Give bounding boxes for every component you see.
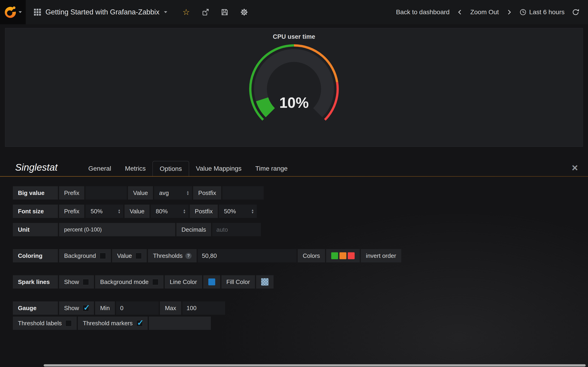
thresholds-help-icon[interactable]: ? <box>185 253 191 259</box>
threshold-markers-cell: Threshold markers <box>78 317 148 330</box>
close-editor-button[interactable]: × <box>572 162 578 173</box>
zoom-out-button[interactable]: Zoom Out <box>470 8 499 16</box>
gauge-show-cell: Show <box>59 301 94 315</box>
gauge-label: Gauge <box>13 301 58 315</box>
dashboard-grid-icon <box>34 9 41 16</box>
sparkline-show-cell: Show <box>59 275 94 289</box>
coloring-background-label: Background <box>64 252 96 259</box>
options-tab-body: Big value Prefix Value avg ▲▼ Postfix Fo… <box>0 177 588 330</box>
threshold-color-swatch-orange[interactable] <box>339 252 346 259</box>
grafana-logo-button[interactable] <box>0 0 26 24</box>
unit-select-link[interactable]: percent (0-100) <box>59 223 175 236</box>
threshold-labels-checkbox[interactable] <box>65 320 72 326</box>
option-row-coloring: Coloring Background Value Thresholds ? C… <box>13 249 588 262</box>
max-input[interactable] <box>182 301 225 315</box>
fill-color-tint <box>261 278 268 286</box>
coloring-value-checkbox[interactable] <box>136 253 142 259</box>
navbar-right: Back to dashboard Zoom Out Last 6 hours <box>396 8 588 16</box>
tab-time-range[interactable]: Time range <box>249 161 295 176</box>
gauge-show-checkbox[interactable] <box>83 305 89 311</box>
chevron-right-icon[interactable] <box>506 9 512 15</box>
title-dropdown-caret-icon <box>164 11 167 13</box>
threshold-markers-label: Threshold markers <box>83 320 133 327</box>
tab-options[interactable]: Options <box>153 161 189 176</box>
gauge-show-label: Show <box>64 305 79 312</box>
decimals-input[interactable] <box>212 223 261 236</box>
prefix-fontsize-label: Prefix <box>59 205 84 218</box>
threshold-markers-checkbox[interactable] <box>137 320 143 326</box>
gauge-value: 10% <box>279 94 309 111</box>
prefix-fontsize-select[interactable]: 50% ▲▼ <box>86 205 123 218</box>
share-icon <box>201 8 209 16</box>
postfix-input[interactable] <box>222 186 264 200</box>
sparkline-show-label: Show <box>64 278 79 286</box>
option-row-spark-lines: Spark lines Show Background mode Line Co… <box>13 275 588 289</box>
postfix-label: Postfix <box>193 186 221 200</box>
settings-button[interactable] <box>240 8 248 16</box>
tab-value-mappings[interactable]: Value Mappings <box>189 161 249 176</box>
threshold-labels-label: Threshold labels <box>18 320 62 327</box>
fill-color-cell <box>256 275 274 289</box>
option-row-big-value: Big value Prefix Value avg ▲▼ Postfix <box>13 186 588 200</box>
min-input[interactable] <box>116 301 159 315</box>
time-range-button[interactable]: Last 6 hours <box>519 8 565 16</box>
postfix-input-cell <box>222 186 264 200</box>
select-arrows-icon: ▲▼ <box>183 209 186 214</box>
value-label: Value <box>128 186 153 200</box>
max-label: Max <box>160 301 181 315</box>
sparkline-background-mode-label: Background mode <box>100 278 149 286</box>
share-button[interactable] <box>201 8 209 16</box>
horizontal-scrollbar[interactable] <box>44 364 586 367</box>
prefix-input-cell <box>86 186 127 200</box>
option-row-font-size: Font size Prefix 50% ▲▼ Value 80% ▲▼ Pos… <box>13 205 588 218</box>
coloring-value-cell: Value <box>112 249 147 262</box>
refresh-button[interactable] <box>572 8 579 16</box>
threshold-color-swatch-green[interactable] <box>331 252 338 259</box>
chevron-left-icon[interactable] <box>457 9 463 15</box>
fill-color-swatch[interactable] <box>261 278 268 286</box>
line-color-swatch[interactable] <box>208 278 215 285</box>
dashboard-title-button[interactable]: Getting Started with Grafana-Zabbix <box>26 0 175 24</box>
value-fontsize-selected: 80% <box>156 208 168 215</box>
line-color-label: Line Color <box>165 275 202 289</box>
spark-lines-label: Spark lines <box>13 275 58 289</box>
postfix-fontsize-select[interactable]: 50% ▲▼ <box>219 205 257 218</box>
value-fontsize-select[interactable]: 80% ▲▼ <box>151 205 189 218</box>
option-row-unit: Unit percent (0-100) Decimals <box>13 223 588 236</box>
thresholds-label-cell: Thresholds ? <box>148 249 197 262</box>
coloring-background-cell: Background <box>59 249 111 262</box>
panel-type-heading: Singlestat <box>15 162 57 173</box>
thresholds-input[interactable] <box>198 249 296 262</box>
big-value-label: Big value <box>13 186 58 200</box>
save-icon <box>221 8 229 16</box>
close-icon: × <box>572 162 578 174</box>
gauge-block: Gauge Show Min Max Threshold labels <box>13 301 588 330</box>
decimals-label: Decimals <box>176 223 211 236</box>
prefix-input[interactable] <box>86 186 127 200</box>
tab-general[interactable]: General <box>81 161 118 176</box>
coloring-value-label: Value <box>117 252 132 259</box>
back-to-dashboard-link[interactable]: Back to dashboard <box>396 8 450 16</box>
option-row-gauge: Gauge Show Min Max <box>13 301 588 315</box>
font-size-label: Font size <box>13 205 58 218</box>
line-color-cell <box>203 275 220 289</box>
coloring-label: Coloring <box>13 249 58 262</box>
sparkline-background-mode-checkbox[interactable] <box>152 279 158 285</box>
min-input-cell <box>116 301 159 315</box>
time-range-label: Last 6 hours <box>529 8 565 16</box>
postfix-fontsize-label: Postfix <box>190 205 218 218</box>
invert-order-link[interactable]: invert order <box>361 249 401 262</box>
star-button[interactable]: ☆ <box>182 8 190 16</box>
colors-label: Colors <box>298 249 325 262</box>
value-stat-selected: avg <box>159 190 169 197</box>
threshold-color-swatch-red[interactable] <box>348 252 355 259</box>
sparkline-show-checkbox[interactable] <box>83 279 89 285</box>
fill-color-label: Fill Color <box>221 275 255 289</box>
tab-metrics[interactable]: Metrics <box>118 161 153 176</box>
threshold-colors-cell <box>326 249 360 262</box>
value-stat-select[interactable]: avg ▲▼ <box>154 186 192 200</box>
value-options-block: Big value Prefix Value avg ▲▼ Postfix Fo… <box>13 186 588 236</box>
select-arrows-icon: ▲▼ <box>118 209 121 214</box>
save-button[interactable] <box>221 8 229 16</box>
coloring-background-checkbox[interactable] <box>100 253 106 259</box>
